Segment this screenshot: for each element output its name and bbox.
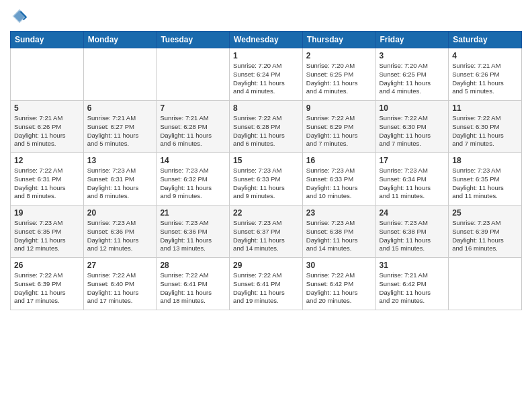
day-info: Sunrise: 7:23 AM Sunset: 6:38 PM Dayligh…: [306, 219, 372, 253]
day-number: 8: [233, 103, 299, 113]
day-cell: 10Sunrise: 7:22 AM Sunset: 6:30 PM Dayli…: [375, 101, 449, 153]
day-cell: 29Sunrise: 7:22 AM Sunset: 6:41 PM Dayli…: [230, 258, 303, 310]
day-number: 16: [306, 156, 372, 165]
day-cell: 3Sunrise: 7:20 AM Sunset: 6:25 PM Daylig…: [375, 48, 449, 101]
week-row-3: 12Sunrise: 7:22 AM Sunset: 6:31 PM Dayli…: [11, 153, 522, 205]
weekday-header-tuesday: Tuesday: [157, 32, 230, 48]
day-info: Sunrise: 7:23 AM Sunset: 6:35 PM Dayligh…: [14, 219, 80, 253]
day-info: Sunrise: 7:21 AM Sunset: 6:28 PM Dayligh…: [160, 114, 226, 148]
day-cell: 20Sunrise: 7:23 AM Sunset: 6:36 PM Dayli…: [83, 205, 157, 258]
day-info: Sunrise: 7:23 AM Sunset: 6:36 PM Dayligh…: [87, 219, 153, 253]
day-info: Sunrise: 7:23 AM Sunset: 6:33 PM Dayligh…: [233, 167, 299, 201]
day-number: 5: [14, 103, 80, 113]
day-cell: 13Sunrise: 7:23 AM Sunset: 6:31 PM Dayli…: [83, 153, 157, 205]
day-number: 11: [452, 103, 518, 113]
day-number: 24: [380, 208, 445, 218]
weekday-header-row: SundayMondayTuesdayWednesdayThursdayFrid…: [11, 32, 522, 48]
day-info: Sunrise: 7:21 AM Sunset: 6:26 PM Dayligh…: [14, 114, 80, 148]
day-info: Sunrise: 7:23 AM Sunset: 6:39 PM Dayligh…: [452, 219, 518, 253]
day-cell: 16Sunrise: 7:23 AM Sunset: 6:33 PM Dayli…: [302, 153, 375, 205]
day-cell: 4Sunrise: 7:21 AM Sunset: 6:26 PM Daylig…: [449, 48, 522, 101]
day-cell: 1Sunrise: 7:20 AM Sunset: 6:24 PM Daylig…: [230, 48, 303, 101]
day-number: 22: [233, 208, 299, 218]
day-info: Sunrise: 7:23 AM Sunset: 6:33 PM Dayligh…: [306, 167, 372, 201]
weekday-header-monday: Monday: [83, 32, 157, 48]
day-number: 20: [87, 208, 153, 218]
logo-icon: [10, 7, 29, 26]
day-info: Sunrise: 7:20 AM Sunset: 6:25 PM Dayligh…: [380, 62, 445, 96]
weekday-header-sunday: Sunday: [11, 32, 84, 48]
day-number: 18: [452, 156, 518, 165]
day-info: Sunrise: 7:22 AM Sunset: 6:41 PM Dayligh…: [233, 271, 299, 306]
day-info: Sunrise: 7:23 AM Sunset: 6:32 PM Dayligh…: [160, 167, 226, 201]
day-info: Sunrise: 7:22 AM Sunset: 6:30 PM Dayligh…: [380, 114, 445, 148]
weekday-header-thursday: Thursday: [302, 32, 375, 48]
day-cell: [157, 48, 230, 101]
page: SundayMondayTuesdayWednesdayThursdayFrid…: [0, 0, 532, 411]
day-cell: 2Sunrise: 7:20 AM Sunset: 6:25 PM Daylig…: [302, 48, 375, 101]
day-info: Sunrise: 7:22 AM Sunset: 6:42 PM Dayligh…: [306, 271, 372, 306]
weekday-header-friday: Friday: [375, 32, 449, 48]
weekday-header-wednesday: Wednesday: [230, 32, 303, 48]
day-info: Sunrise: 7:21 AM Sunset: 6:42 PM Dayligh…: [380, 271, 445, 306]
day-number: 7: [160, 103, 226, 113]
day-number: 3: [380, 51, 445, 60]
day-cell: 26Sunrise: 7:22 AM Sunset: 6:39 PM Dayli…: [11, 258, 84, 310]
day-number: 23: [306, 208, 372, 218]
day-cell: 8Sunrise: 7:22 AM Sunset: 6:28 PM Daylig…: [230, 101, 303, 153]
day-cell: [11, 48, 84, 101]
day-cell: 7Sunrise: 7:21 AM Sunset: 6:28 PM Daylig…: [157, 101, 230, 153]
week-row-5: 26Sunrise: 7:22 AM Sunset: 6:39 PM Dayli…: [11, 258, 522, 310]
day-cell: 18Sunrise: 7:23 AM Sunset: 6:35 PM Dayli…: [449, 153, 522, 205]
day-number: 25: [452, 208, 518, 218]
day-cell: 27Sunrise: 7:22 AM Sunset: 6:40 PM Dayli…: [83, 258, 157, 310]
day-number: 30: [306, 261, 372, 270]
day-info: Sunrise: 7:20 AM Sunset: 6:24 PM Dayligh…: [233, 62, 299, 96]
day-info: Sunrise: 7:22 AM Sunset: 6:40 PM Dayligh…: [87, 271, 153, 306]
day-cell: 21Sunrise: 7:23 AM Sunset: 6:36 PM Dayli…: [157, 205, 230, 258]
day-number: 9: [306, 103, 372, 113]
day-cell: 14Sunrise: 7:23 AM Sunset: 6:32 PM Dayli…: [157, 153, 230, 205]
day-info: Sunrise: 7:22 AM Sunset: 6:29 PM Dayligh…: [306, 114, 372, 148]
day-number: 1: [233, 51, 299, 60]
day-number: 12: [14, 156, 80, 165]
day-cell: 25Sunrise: 7:23 AM Sunset: 6:39 PM Dayli…: [449, 205, 522, 258]
day-cell: 9Sunrise: 7:22 AM Sunset: 6:29 PM Daylig…: [302, 101, 375, 153]
day-number: 29: [233, 261, 299, 270]
day-info: Sunrise: 7:22 AM Sunset: 6:30 PM Dayligh…: [452, 114, 518, 148]
day-cell: [83, 48, 157, 101]
day-cell: 22Sunrise: 7:23 AM Sunset: 6:37 PM Dayli…: [230, 205, 303, 258]
day-cell: 5Sunrise: 7:21 AM Sunset: 6:26 PM Daylig…: [11, 101, 84, 153]
day-number: 21: [160, 208, 226, 218]
week-row-2: 5Sunrise: 7:21 AM Sunset: 6:26 PM Daylig…: [11, 101, 522, 153]
day-cell: 12Sunrise: 7:22 AM Sunset: 6:31 PM Dayli…: [11, 153, 84, 205]
day-cell: 6Sunrise: 7:21 AM Sunset: 6:27 PM Daylig…: [83, 101, 157, 153]
weekday-header-saturday: Saturday: [449, 32, 522, 48]
logo: [10, 7, 32, 26]
day-number: 19: [14, 208, 80, 218]
day-number: 13: [87, 156, 153, 165]
header: [10, 7, 522, 26]
day-info: Sunrise: 7:20 AM Sunset: 6:25 PM Dayligh…: [306, 62, 372, 96]
day-number: 27: [87, 261, 153, 270]
day-cell: 17Sunrise: 7:23 AM Sunset: 6:34 PM Dayli…: [375, 153, 449, 205]
day-info: Sunrise: 7:23 AM Sunset: 6:35 PM Dayligh…: [452, 167, 518, 201]
day-info: Sunrise: 7:22 AM Sunset: 6:39 PM Dayligh…: [14, 271, 80, 306]
day-number: 14: [160, 156, 226, 165]
calendar-table: SundayMondayTuesdayWednesdayThursdayFrid…: [10, 31, 522, 310]
day-info: Sunrise: 7:23 AM Sunset: 6:34 PM Dayligh…: [380, 167, 445, 201]
day-number: 10: [380, 103, 445, 113]
day-cell: 15Sunrise: 7:23 AM Sunset: 6:33 PM Dayli…: [230, 153, 303, 205]
day-cell: 11Sunrise: 7:22 AM Sunset: 6:30 PM Dayli…: [449, 101, 522, 153]
day-info: Sunrise: 7:21 AM Sunset: 6:27 PM Dayligh…: [87, 114, 153, 148]
day-cell: 31Sunrise: 7:21 AM Sunset: 6:42 PM Dayli…: [375, 258, 449, 310]
day-number: 31: [380, 261, 445, 270]
day-number: 4: [452, 51, 518, 60]
day-info: Sunrise: 7:23 AM Sunset: 6:38 PM Dayligh…: [380, 219, 445, 253]
day-info: Sunrise: 7:23 AM Sunset: 6:31 PM Dayligh…: [87, 167, 153, 201]
day-cell: 19Sunrise: 7:23 AM Sunset: 6:35 PM Dayli…: [11, 205, 84, 258]
day-cell: [449, 258, 522, 310]
week-row-1: 1Sunrise: 7:20 AM Sunset: 6:24 PM Daylig…: [11, 48, 522, 101]
day-info: Sunrise: 7:22 AM Sunset: 6:28 PM Dayligh…: [233, 114, 299, 148]
day-cell: 30Sunrise: 7:22 AM Sunset: 6:42 PM Dayli…: [302, 258, 375, 310]
